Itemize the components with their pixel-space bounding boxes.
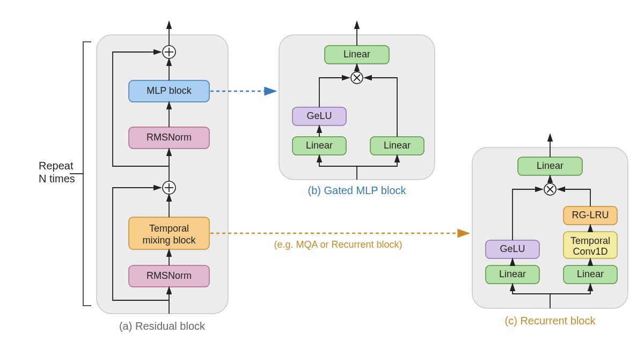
svg-text:Linear: Linear: [537, 160, 564, 171]
panel-recurrent: Linear RG-LRU Temporal Conv1D GeLU Linea…: [472, 134, 628, 308]
repeat-bracket: Repeat N times: [39, 42, 91, 306]
svg-text:Linear: Linear: [343, 49, 370, 60]
svg-text:mixing block: mixing block: [142, 235, 196, 246]
svg-text:RG-LRU: RG-LRU: [572, 210, 609, 220]
svg-text:RMSNorm: RMSNorm: [147, 270, 192, 281]
svg-text:Linear: Linear: [499, 269, 526, 279]
repeat-label-2: N times: [39, 173, 75, 184]
panel-residual: RMSNorm Temporal mixing block RMSNorm ML…: [97, 21, 228, 314]
svg-text:Linear: Linear: [577, 269, 604, 279]
svg-text:GeLU: GeLU: [500, 243, 525, 254]
svg-text:MLP block: MLP block: [147, 85, 192, 96]
svg-text:Temporal: Temporal: [149, 223, 189, 234]
svg-text:Linear: Linear: [306, 140, 333, 151]
repeat-label-1: Repeat: [39, 160, 74, 172]
mqa-note: (e.g. MQA or Recurrent block): [274, 239, 402, 250]
svg-text:Linear: Linear: [384, 140, 411, 151]
panel-gated-mlp: Linear GeLU Linear Linear: [279, 21, 435, 180]
caption-c: (c) Recurrent block: [505, 315, 596, 327]
caption-a: (a) Residual block: [119, 320, 206, 332]
svg-text:Conv1D: Conv1D: [573, 246, 608, 257]
svg-text:RMSNorm: RMSNorm: [147, 132, 192, 143]
caption-b: (b) Gated MLP block: [308, 184, 406, 196]
svg-text:GeLU: GeLU: [306, 110, 332, 121]
svg-text:Temporal: Temporal: [570, 235, 610, 246]
